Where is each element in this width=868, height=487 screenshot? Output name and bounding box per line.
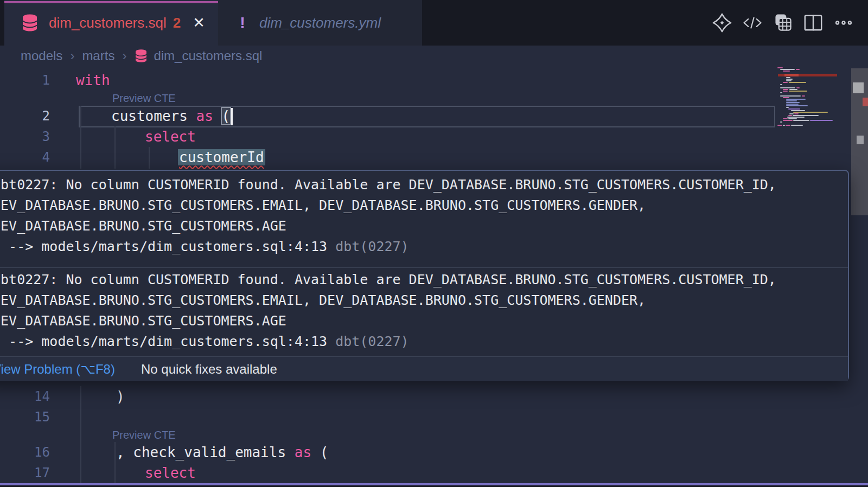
breadcrumb-file[interactable]: dim_customers.sql <box>154 48 262 63</box>
breadcrumb: models › marts › dim_customers.sql <box>0 46 868 66</box>
no-quick-fixes-text: No quick fixes available <box>141 362 277 377</box>
editor-actions <box>712 0 854 46</box>
error-message-block-1: dbt0227: No column CUSTOMERID found. Ava… <box>0 175 840 257</box>
error-message-block-2: dbt0227: No column CUSTOMERID found. Ava… <box>0 270 840 352</box>
code-text: with <box>76 70 110 91</box>
compile-code-icon[interactable] <box>742 12 763 33</box>
warning-icon: ! <box>240 14 245 32</box>
line-number: 14 <box>0 386 50 407</box>
close-icon[interactable]: ✕ <box>193 14 205 31</box>
code-text: , check_valid_emails as ( <box>116 442 328 463</box>
editor-window: dim_customers.sql 2 ✕ ! dim_customers.ym… <box>0 0 868 487</box>
line-number: 15 <box>0 407 50 427</box>
line-number: 4 <box>0 147 50 168</box>
text-cursor <box>231 108 233 125</box>
code-line-4[interactable]: 4customerId <box>0 147 776 168</box>
line-number: 3 <box>0 126 50 147</box>
code-text: select <box>145 463 196 483</box>
ruler-error-mark <box>863 98 868 106</box>
more-actions-icon[interactable] <box>833 12 854 33</box>
breadcrumb-marts[interactable]: marts <box>82 48 114 63</box>
tab-problems-badge: 2 <box>173 15 181 31</box>
active-tab-label: dim_customers.sql <box>49 15 167 31</box>
hover-separator <box>0 267 848 268</box>
query-results-preview-icon[interactable] <box>773 12 793 33</box>
code-lens-preview-cte[interactable]: Preview CTE <box>112 427 176 443</box>
breadcrumb-separator: › <box>122 48 126 63</box>
error-hover-tooltip: dbt0227: No column CUSTOMERID found. Ava… <box>0 170 849 381</box>
active-tab-accent <box>4 1 218 3</box>
dbt-logo-icon[interactable] <box>712 12 732 33</box>
tab-dim-customers-sql[interactable]: dim_customers.sql 2 ✕ <box>4 0 218 46</box>
tab-bar: dim_customers.sql 2 ✕ ! dim_customers.ym… <box>0 0 868 46</box>
code-line-15[interactable]: 15 <box>0 407 776 427</box>
line-number: 1 <box>0 70 50 91</box>
code-line-1[interactable]: 1with <box>0 70 776 91</box>
code-line-14[interactable]: 14) <box>0 386 776 407</box>
split-editor-icon[interactable] <box>803 12 824 33</box>
code-text: customers as ( <box>111 106 230 126</box>
ruler-selection-mark <box>857 136 864 144</box>
breadcrumb-models[interactable]: models <box>21 48 62 63</box>
code-line-16[interactable]: 16, check_valid_emails as ( <box>0 442 776 463</box>
inactive-tab-label: dim_customers.yml <box>259 15 381 31</box>
database-icon <box>21 14 39 32</box>
code-text: select <box>145 126 196 147</box>
code-line-17[interactable]: 17select <box>0 463 776 483</box>
line-number: 16 <box>0 442 50 463</box>
hover-status-bar: View Problem (⌥F8) No quick fixes availa… <box>0 356 848 381</box>
ruler-cursor-mark <box>853 82 864 93</box>
breadcrumb-separator: › <box>70 48 74 63</box>
code-line-2[interactable]: 2customers as ( <box>0 106 776 126</box>
database-icon <box>134 49 148 63</box>
code-line-3[interactable]: 3select <box>0 126 776 147</box>
line-number: 17 <box>0 463 50 483</box>
line-number: 2 <box>0 106 50 126</box>
minimap-error-line-bright <box>784 74 799 76</box>
tab-dim-customers-yml[interactable]: ! dim_customers.yml <box>218 0 422 46</box>
view-problem-link[interactable]: View Problem (⌥F8) <box>0 362 115 377</box>
code-text: customerId <box>178 147 265 168</box>
code-lens-preview-cte[interactable]: Preview CTE <box>112 91 176 106</box>
code-text: ) <box>116 386 125 407</box>
